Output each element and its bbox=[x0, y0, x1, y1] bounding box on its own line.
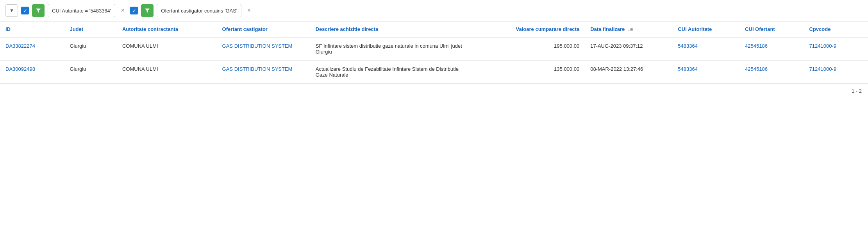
table-header-row: ID Judet Autoritate contractanta Ofertan… bbox=[0, 22, 868, 37]
cell-cpvcode-1: 71241000-9 bbox=[804, 37, 868, 61]
data-table-wrapper: ID Judet Autoritate contractanta Ofertan… bbox=[0, 22, 868, 84]
dropdown-button[interactable]: ▼ bbox=[5, 4, 18, 17]
col-header-ofertant[interactable]: Ofertant castigator bbox=[217, 22, 310, 37]
filter1-close-button[interactable]: × bbox=[118, 6, 127, 15]
cell-cui-ofertant-1: 42545186 bbox=[739, 37, 804, 61]
table-row: DA30092498 Giurgiu COMUNA ULMI GAS DISTR… bbox=[0, 61, 868, 84]
link-cpvcode-1[interactable]: 71241000-9 bbox=[809, 43, 836, 49]
sort-icon-data: ↓≡ bbox=[628, 27, 633, 32]
col-header-cui-autoritate[interactable]: CUI Autoritate bbox=[672, 22, 739, 37]
col-header-id[interactable]: ID bbox=[0, 22, 64, 37]
cell-data-2: 08-MAR-2022 13:27:46 bbox=[585, 61, 672, 84]
cell-ofertant-2: GAS DISTRIBUTION SYSTEM bbox=[217, 61, 310, 84]
col-header-judet[interactable]: Judet bbox=[64, 22, 117, 37]
filter2-filter-icon bbox=[141, 4, 154, 17]
cell-valoare-1: 195.000,00 bbox=[473, 37, 585, 61]
cell-cpvcode-2: 71241000-9 bbox=[804, 61, 868, 84]
link-cui-autoritate-1[interactable]: 5483364 bbox=[678, 43, 698, 49]
link-id-1[interactable]: DA33822274 bbox=[5, 43, 35, 49]
filter2-checkbox[interactable]: ✓ bbox=[130, 7, 138, 14]
cell-id-1: DA33822274 bbox=[0, 37, 64, 61]
cell-autoritate-1: COMUNA ULMI bbox=[117, 37, 217, 61]
cell-cui-autoritate-1: 5483364 bbox=[672, 37, 739, 61]
col-header-cui-ofertant[interactable]: CUI Ofertant bbox=[739, 22, 804, 37]
link-ofertant-1[interactable]: GAS DISTRIBUTION SYSTEM bbox=[222, 43, 293, 49]
table-row: DA33822274 Giurgiu COMUNA ULMI GAS DISTR… bbox=[0, 37, 868, 61]
link-cpvcode-2[interactable]: 71241000-9 bbox=[809, 66, 836, 72]
data-table: ID Judet Autoritate contractanta Ofertan… bbox=[0, 22, 868, 84]
link-cui-ofertant-1[interactable]: 42545186 bbox=[745, 43, 768, 49]
cell-descriere-1: SF Infintare sistem distributie gaze nat… bbox=[310, 37, 474, 61]
filter1-checkbox[interactable]: ✓ bbox=[21, 7, 29, 14]
cell-id-2: DA30092498 bbox=[0, 61, 64, 84]
col-header-valoare[interactable]: Valoare cumparare directa bbox=[473, 22, 585, 37]
filter2-label: Ofertant castigator contains 'GAS' bbox=[161, 8, 237, 14]
cell-cui-autoritate-2: 5483364 bbox=[672, 61, 739, 84]
cell-cui-ofertant-2: 42545186 bbox=[739, 61, 804, 84]
link-ofertant-2[interactable]: GAS DISTRIBUTION SYSTEM bbox=[222, 66, 293, 72]
link-cui-ofertant-2[interactable]: 42545186 bbox=[745, 66, 768, 72]
filter-bar: ▼ ✓ CUI Autoritate = '5483364' × ✓ Ofert… bbox=[0, 0, 868, 22]
cell-data-1: 17-AUG-2023 09:37:12 bbox=[585, 37, 672, 61]
col-header-descriere[interactable]: Descriere achizitie directa bbox=[310, 22, 474, 37]
col-header-cpvcode[interactable]: Cpvcode bbox=[804, 22, 868, 37]
cell-ofertant-1: GAS DISTRIBUTION SYSTEM bbox=[217, 37, 310, 61]
cell-judet-2: Giurgiu bbox=[64, 61, 117, 84]
filter1-pill: CUI Autoritate = '5483364' bbox=[48, 4, 115, 17]
col-header-data[interactable]: Data finalizare ↓≡ bbox=[585, 22, 672, 37]
cell-valoare-2: 135.000,00 bbox=[473, 61, 585, 84]
filter2-close-button[interactable]: × bbox=[245, 6, 253, 15]
pagination-bar: 1 - 2 bbox=[0, 84, 868, 98]
cell-autoritate-2: COMUNA ULMI bbox=[117, 61, 217, 84]
filter2-pill: Ofertant castigator contains 'GAS' bbox=[157, 4, 241, 17]
col-header-autoritate[interactable]: Autoritate contractanta bbox=[117, 22, 217, 37]
cell-descriere-2: Actualizare Studiu de Fezabilitate Infin… bbox=[310, 61, 474, 84]
filter1-filter-icon bbox=[32, 4, 45, 17]
link-cui-autoritate-2[interactable]: 5483364 bbox=[678, 66, 698, 72]
link-id-2[interactable]: DA30092498 bbox=[5, 66, 35, 72]
cell-judet-1: Giurgiu bbox=[64, 37, 117, 61]
pagination-label: 1 - 2 bbox=[852, 88, 862, 94]
filter1-label: CUI Autoritate = '5483364' bbox=[52, 8, 111, 14]
